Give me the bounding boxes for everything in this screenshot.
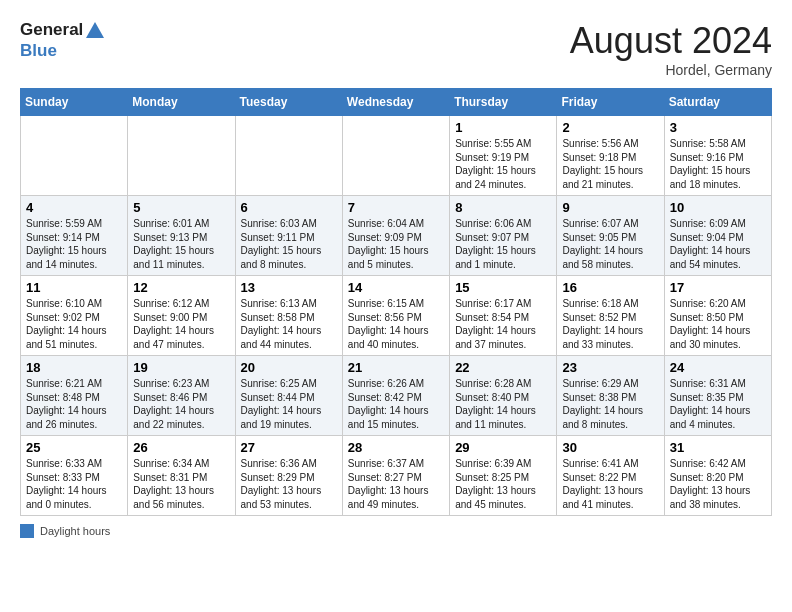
- day-number: 13: [241, 280, 337, 295]
- weekday-header-monday: Monday: [128, 89, 235, 116]
- day-number: 14: [348, 280, 444, 295]
- month-title: August 2024: [570, 20, 772, 62]
- cell-content: Sunrise: 6:20 AM Sunset: 8:50 PM Dayligh…: [670, 297, 766, 351]
- cell-content: Sunrise: 6:17 AM Sunset: 8:54 PM Dayligh…: [455, 297, 551, 351]
- calendar-cell: [235, 116, 342, 196]
- cell-content: Sunrise: 5:56 AM Sunset: 9:18 PM Dayligh…: [562, 137, 658, 191]
- calendar-cell: 1Sunrise: 5:55 AM Sunset: 9:19 PM Daylig…: [450, 116, 557, 196]
- weekday-header-saturday: Saturday: [664, 89, 771, 116]
- title-block: August 2024 Hordel, Germany: [570, 20, 772, 78]
- cell-content: Sunrise: 5:59 AM Sunset: 9:14 PM Dayligh…: [26, 217, 122, 271]
- day-number: 5: [133, 200, 229, 215]
- day-number: 29: [455, 440, 551, 455]
- calendar-cell: 7Sunrise: 6:04 AM Sunset: 9:09 PM Daylig…: [342, 196, 449, 276]
- cell-content: Sunrise: 6:28 AM Sunset: 8:40 PM Dayligh…: [455, 377, 551, 431]
- calendar-cell: 18Sunrise: 6:21 AM Sunset: 8:48 PM Dayli…: [21, 356, 128, 436]
- cell-content: Sunrise: 6:41 AM Sunset: 8:22 PM Dayligh…: [562, 457, 658, 511]
- day-number: 16: [562, 280, 658, 295]
- day-number: 12: [133, 280, 229, 295]
- cell-content: Sunrise: 6:10 AM Sunset: 9:02 PM Dayligh…: [26, 297, 122, 351]
- day-number: 30: [562, 440, 658, 455]
- calendar-cell: 3Sunrise: 5:58 AM Sunset: 9:16 PM Daylig…: [664, 116, 771, 196]
- weekday-header-tuesday: Tuesday: [235, 89, 342, 116]
- weekday-header-wednesday: Wednesday: [342, 89, 449, 116]
- day-number: 15: [455, 280, 551, 295]
- calendar-week-2: 4Sunrise: 5:59 AM Sunset: 9:14 PM Daylig…: [21, 196, 772, 276]
- cell-content: Sunrise: 6:42 AM Sunset: 8:20 PM Dayligh…: [670, 457, 766, 511]
- calendar-cell: 10Sunrise: 6:09 AM Sunset: 9:04 PM Dayli…: [664, 196, 771, 276]
- legend-color-box: [20, 524, 34, 538]
- day-number: 26: [133, 440, 229, 455]
- weekday-header-thursday: Thursday: [450, 89, 557, 116]
- weekday-header-friday: Friday: [557, 89, 664, 116]
- cell-content: Sunrise: 6:15 AM Sunset: 8:56 PM Dayligh…: [348, 297, 444, 351]
- calendar-cell: 8Sunrise: 6:06 AM Sunset: 9:07 PM Daylig…: [450, 196, 557, 276]
- calendar-cell: 25Sunrise: 6:33 AM Sunset: 8:33 PM Dayli…: [21, 436, 128, 516]
- cell-content: Sunrise: 6:23 AM Sunset: 8:46 PM Dayligh…: [133, 377, 229, 431]
- calendar-cell: 11Sunrise: 6:10 AM Sunset: 9:02 PM Dayli…: [21, 276, 128, 356]
- cell-content: Sunrise: 6:34 AM Sunset: 8:31 PM Dayligh…: [133, 457, 229, 511]
- cell-content: Sunrise: 6:03 AM Sunset: 9:11 PM Dayligh…: [241, 217, 337, 271]
- day-number: 11: [26, 280, 122, 295]
- cell-content: Sunrise: 6:07 AM Sunset: 9:05 PM Dayligh…: [562, 217, 658, 271]
- day-number: 24: [670, 360, 766, 375]
- calendar-cell: 24Sunrise: 6:31 AM Sunset: 8:35 PM Dayli…: [664, 356, 771, 436]
- calendar-cell: 12Sunrise: 6:12 AM Sunset: 9:00 PM Dayli…: [128, 276, 235, 356]
- calendar-cell: 9Sunrise: 6:07 AM Sunset: 9:05 PM Daylig…: [557, 196, 664, 276]
- day-number: 1: [455, 120, 551, 135]
- day-number: 2: [562, 120, 658, 135]
- calendar-cell: 6Sunrise: 6:03 AM Sunset: 9:11 PM Daylig…: [235, 196, 342, 276]
- cell-content: Sunrise: 6:25 AM Sunset: 8:44 PM Dayligh…: [241, 377, 337, 431]
- day-number: 22: [455, 360, 551, 375]
- page-header: General Blue August 2024 Hordel, Germany: [20, 20, 772, 78]
- calendar-cell: 14Sunrise: 6:15 AM Sunset: 8:56 PM Dayli…: [342, 276, 449, 356]
- cell-content: Sunrise: 6:29 AM Sunset: 8:38 PM Dayligh…: [562, 377, 658, 431]
- cell-content: Sunrise: 5:58 AM Sunset: 9:16 PM Dayligh…: [670, 137, 766, 191]
- day-number: 7: [348, 200, 444, 215]
- cell-content: Sunrise: 6:04 AM Sunset: 9:09 PM Dayligh…: [348, 217, 444, 271]
- day-number: 27: [241, 440, 337, 455]
- calendar-table: SundayMondayTuesdayWednesdayThursdayFrid…: [20, 88, 772, 516]
- calendar-cell: 27Sunrise: 6:36 AM Sunset: 8:29 PM Dayli…: [235, 436, 342, 516]
- logo: General Blue: [20, 20, 106, 61]
- calendar-cell: 26Sunrise: 6:34 AM Sunset: 8:31 PM Dayli…: [128, 436, 235, 516]
- day-number: 6: [241, 200, 337, 215]
- cell-content: Sunrise: 6:01 AM Sunset: 9:13 PM Dayligh…: [133, 217, 229, 271]
- calendar-cell: 20Sunrise: 6:25 AM Sunset: 8:44 PM Dayli…: [235, 356, 342, 436]
- calendar-week-1: 1Sunrise: 5:55 AM Sunset: 9:19 PM Daylig…: [21, 116, 772, 196]
- day-number: 19: [133, 360, 229, 375]
- day-number: 23: [562, 360, 658, 375]
- cell-content: Sunrise: 6:37 AM Sunset: 8:27 PM Dayligh…: [348, 457, 444, 511]
- cell-content: Sunrise: 6:33 AM Sunset: 8:33 PM Dayligh…: [26, 457, 122, 511]
- day-number: 21: [348, 360, 444, 375]
- calendar-cell: 19Sunrise: 6:23 AM Sunset: 8:46 PM Dayli…: [128, 356, 235, 436]
- footer-legend: Daylight hours: [20, 524, 772, 538]
- calendar-cell: 17Sunrise: 6:20 AM Sunset: 8:50 PM Dayli…: [664, 276, 771, 356]
- calendar-cell: [21, 116, 128, 196]
- calendar-cell: 31Sunrise: 6:42 AM Sunset: 8:20 PM Dayli…: [664, 436, 771, 516]
- svg-marker-0: [86, 22, 104, 38]
- calendar-cell: [128, 116, 235, 196]
- calendar-cell: [342, 116, 449, 196]
- calendar-cell: 4Sunrise: 5:59 AM Sunset: 9:14 PM Daylig…: [21, 196, 128, 276]
- calendar-cell: 2Sunrise: 5:56 AM Sunset: 9:18 PM Daylig…: [557, 116, 664, 196]
- calendar-week-3: 11Sunrise: 6:10 AM Sunset: 9:02 PM Dayli…: [21, 276, 772, 356]
- day-number: 3: [670, 120, 766, 135]
- day-number: 28: [348, 440, 444, 455]
- calendar-cell: 28Sunrise: 6:37 AM Sunset: 8:27 PM Dayli…: [342, 436, 449, 516]
- calendar-cell: 23Sunrise: 6:29 AM Sunset: 8:38 PM Dayli…: [557, 356, 664, 436]
- calendar-week-4: 18Sunrise: 6:21 AM Sunset: 8:48 PM Dayli…: [21, 356, 772, 436]
- calendar-cell: 16Sunrise: 6:18 AM Sunset: 8:52 PM Dayli…: [557, 276, 664, 356]
- weekday-header-sunday: Sunday: [21, 89, 128, 116]
- calendar-cell: 13Sunrise: 6:13 AM Sunset: 8:58 PM Dayli…: [235, 276, 342, 356]
- cell-content: Sunrise: 6:39 AM Sunset: 8:25 PM Dayligh…: [455, 457, 551, 511]
- legend-label: Daylight hours: [40, 525, 110, 537]
- day-number: 18: [26, 360, 122, 375]
- calendar-cell: 5Sunrise: 6:01 AM Sunset: 9:13 PM Daylig…: [128, 196, 235, 276]
- calendar-cell: 21Sunrise: 6:26 AM Sunset: 8:42 PM Dayli…: [342, 356, 449, 436]
- cell-content: Sunrise: 6:06 AM Sunset: 9:07 PM Dayligh…: [455, 217, 551, 271]
- logo-text: General: [20, 20, 106, 42]
- cell-content: Sunrise: 6:09 AM Sunset: 9:04 PM Dayligh…: [670, 217, 766, 271]
- cell-content: Sunrise: 6:21 AM Sunset: 8:48 PM Dayligh…: [26, 377, 122, 431]
- calendar-week-5: 25Sunrise: 6:33 AM Sunset: 8:33 PM Dayli…: [21, 436, 772, 516]
